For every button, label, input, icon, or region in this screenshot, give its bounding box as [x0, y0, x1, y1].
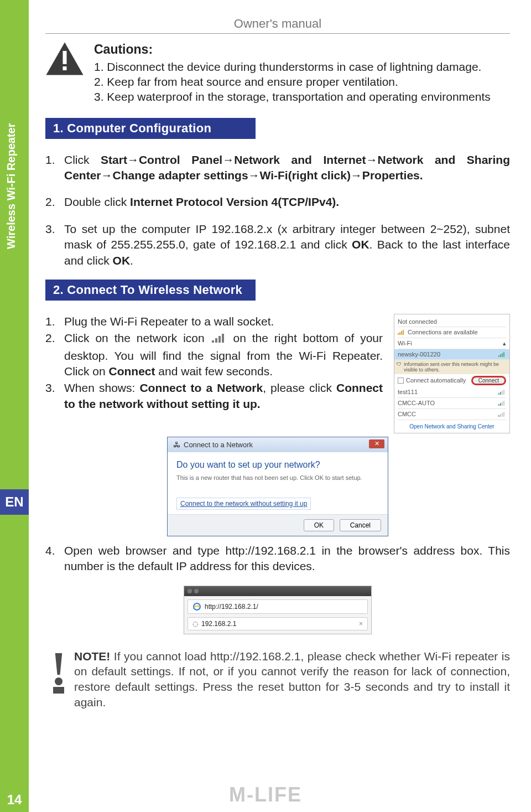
svg-rect-12 [500, 354, 501, 357]
exclamation-icon: ! [45, 649, 72, 710]
step-text: Plug the Wi-Fi Repeater to a wall socket… [64, 314, 383, 329]
svg-rect-5 [218, 336, 221, 343]
browser-tab[interactable]: ◌ 192.168.2.1 × [188, 617, 368, 630]
side-label: Wireless Wi-Fi Repeater [5, 123, 18, 250]
divider [45, 33, 510, 34]
svg-rect-17 [502, 391, 503, 395]
wifi-status: Not connected [398, 318, 437, 325]
wifi-ssid-selected[interactable]: newsky-001220 [394, 349, 509, 360]
step-number: 4. [45, 543, 64, 575]
step-number: 3. [45, 380, 64, 412]
step-text: To set up the computer IP 192.168.2.x (x… [64, 221, 510, 268]
wifi-popup: Not connected Connections are available … [394, 314, 510, 433]
svg-rect-4 [215, 338, 217, 343]
shield-icon: 🛡 [397, 361, 402, 367]
checkbox[interactable] [398, 377, 404, 384]
svg-rect-22 [503, 401, 504, 406]
browser-address-bar: http://192.168.2.1/ ◌ 192.168.2.1 × [184, 586, 372, 634]
network-icon: 🖧 [173, 441, 180, 449]
cautions-title: Cautions: [94, 42, 510, 58]
section-heading: 1. Computer Configuration [45, 118, 256, 139]
signal-bars-icon [398, 329, 405, 336]
svg-rect-14 [503, 352, 504, 357]
svg-rect-24 [500, 414, 501, 417]
svg-rect-1 [63, 51, 67, 64]
svg-rect-25 [502, 413, 503, 417]
signal-bars-icon [498, 400, 506, 407]
dialog-title-bar: 🖧 Connect to a Network ✕ [168, 437, 388, 452]
connect-button[interactable]: Connect [471, 376, 506, 385]
dialog-question: Do you want to set up your network? [176, 460, 379, 470]
signal-bars-icon [498, 351, 506, 358]
warning-icon [45, 42, 84, 78]
page-title: Owner's manual [45, 17, 510, 31]
wifi-network[interactable]: CMCC-AUTO [398, 400, 435, 406]
step-number: 2. [45, 330, 64, 379]
auto-connect-label: Connect automatically [406, 377, 466, 384]
signal-bars-icon [211, 332, 227, 348]
svg-rect-13 [502, 353, 503, 357]
step-text: Click Start→Control Panel→Network and In… [64, 152, 510, 184]
wifi-info: 🛡Information sent over this network migh… [394, 360, 509, 374]
svg-rect-6 [222, 334, 224, 343]
svg-rect-19 [498, 404, 499, 406]
svg-rect-2 [63, 66, 67, 70]
cancel-button[interactable]: Cancel [340, 519, 381, 531]
close-icon[interactable]: ✕ [369, 439, 384, 448]
signal-bars-icon [498, 389, 506, 396]
wifi-network[interactable]: test111 [398, 389, 418, 395]
svg-rect-8 [399, 332, 400, 335]
svg-rect-20 [500, 403, 501, 406]
svg-rect-23 [498, 415, 499, 417]
step-text: Open web browser and type http://192.168… [64, 543, 510, 575]
svg-rect-10 [403, 330, 404, 335]
brand-logo: M-LIFE [0, 783, 531, 806]
svg-rect-7 [398, 333, 399, 335]
section-heading: 2. Connect To Wireless Network [45, 280, 256, 301]
wifi-avail: Connections are available [408, 329, 478, 335]
dialog-subtext: This is a new router that has not been s… [176, 474, 379, 481]
svg-rect-11 [498, 355, 499, 357]
side-strip [0, 0, 29, 812]
note-text: NOTE! If you cannot load http://192.168.… [74, 649, 510, 710]
svg-rect-26 [503, 412, 504, 417]
step-number: 1. [45, 314, 64, 329]
dialog-title: Connect to a Network [184, 441, 253, 449]
caution-item: 1. Disconnect the device during thunders… [94, 59, 510, 74]
wifi-network[interactable]: CMCC [398, 411, 416, 417]
step-text: When shows: Connect to a Network, please… [64, 380, 383, 412]
svg-rect-15 [498, 393, 499, 395]
caution-item: 3. Keep waterproof in the storage, trans… [94, 89, 510, 104]
step-number: 3. [45, 221, 64, 268]
step-number: 2. [45, 194, 64, 210]
svg-rect-18 [503, 390, 504, 395]
tab-label: 192.168.2.1 [201, 620, 236, 628]
step-text: Click on the network icon on the right b… [64, 330, 383, 379]
step-text: Double click Internet Protocol Version 4… [64, 194, 510, 210]
connect-dialog: 🖧 Connect to a Network ✕ Do you want to … [167, 437, 388, 536]
url-text: http://192.168.2.1/ [205, 603, 258, 611]
svg-rect-3 [212, 340, 214, 343]
wifi-section: Wi-Fi [398, 340, 412, 346]
svg-rect-9 [401, 331, 402, 335]
lang-badge: EN [0, 489, 29, 515]
svg-rect-16 [500, 392, 501, 395]
spinner-icon: ◌ [192, 620, 198, 628]
signal-bars-icon [498, 411, 506, 418]
ie-icon [192, 602, 201, 611]
open-network-center-link[interactable]: Open Network and Sharing Center [398, 423, 506, 430]
caution-item: 2. Keep far from heat source and ensure … [94, 74, 510, 89]
url-input[interactable]: http://192.168.2.1/ [188, 599, 368, 614]
svg-rect-21 [502, 402, 503, 406]
ok-button[interactable]: OK [304, 519, 334, 531]
step-number: 1. [45, 152, 64, 184]
close-icon[interactable]: × [359, 620, 363, 628]
connect-without-setup-link[interactable]: Connect to the network without setting i… [176, 498, 311, 510]
